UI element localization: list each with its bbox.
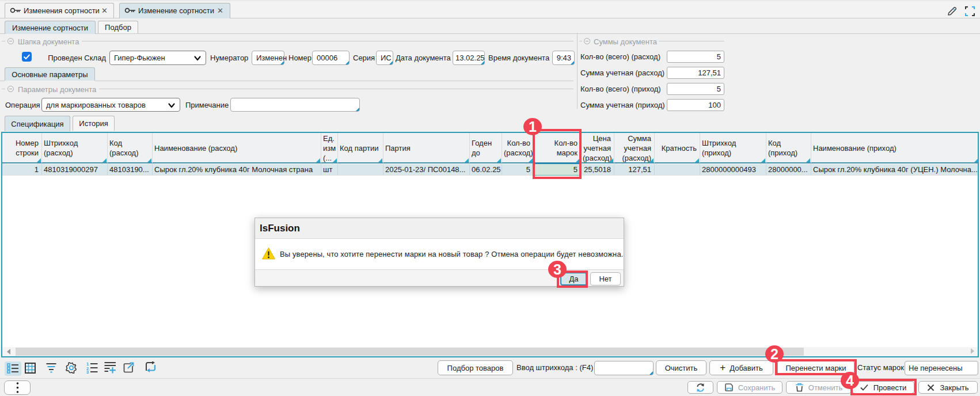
- svg-text:3: 3: [86, 370, 89, 374]
